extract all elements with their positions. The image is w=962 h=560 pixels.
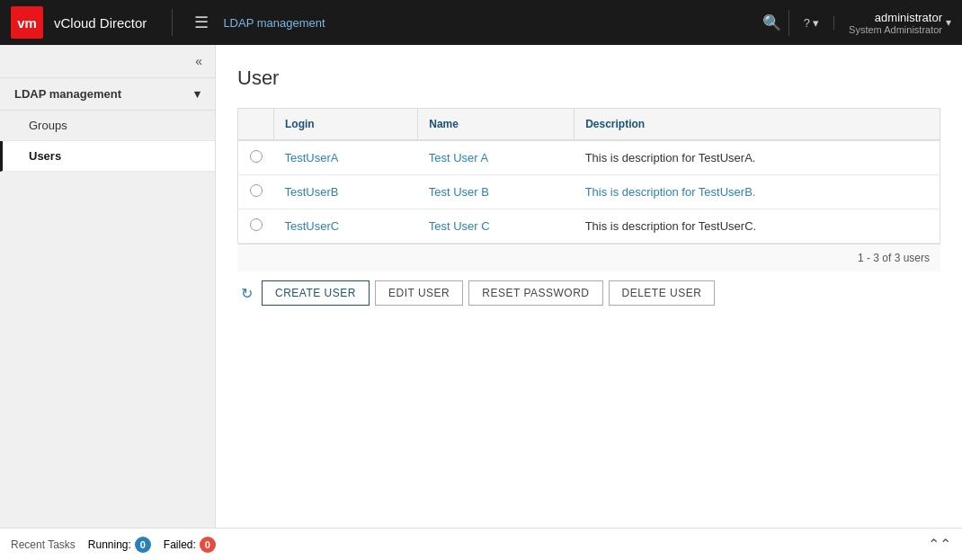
sidebar-section-header[interactable]: LDAP management ▾ xyxy=(0,78,215,111)
vm-logo: vm xyxy=(11,6,43,39)
running-count-badge: 0 xyxy=(135,537,151,553)
sidebar-section: LDAP management ▾ Groups Users xyxy=(0,78,215,172)
table-row[interactable]: TestUserATest User AThis is description … xyxy=(238,140,940,175)
col-description: Description xyxy=(575,109,940,141)
col-select xyxy=(238,109,274,141)
running-label: Running: xyxy=(88,538,131,551)
col-name: Name xyxy=(418,109,575,141)
main-layout: « LDAP management ▾ Groups Users User Lo… xyxy=(0,45,962,528)
running-badge: Running: 0 xyxy=(88,537,151,553)
page-title: User xyxy=(237,67,940,90)
pagination-text: 1 - 3 of 3 users xyxy=(858,252,930,264)
radio-icon[interactable] xyxy=(250,150,263,163)
sidebar-toggle: « xyxy=(0,45,215,78)
sidebar-section-chevron-icon: ▾ xyxy=(194,87,200,101)
failed-count-badge: 0 xyxy=(200,537,216,553)
cell-login[interactable]: TestUserA xyxy=(274,140,418,175)
recent-tasks-label: Recent Tasks xyxy=(11,538,76,551)
top-nav: vm vCloud Director ☰ LDAP management 🔍 ?… xyxy=(0,0,962,45)
cell-name[interactable]: Test User B xyxy=(418,175,575,209)
delete-user-button[interactable]: DELETE USER xyxy=(609,280,716,306)
radio-icon[interactable] xyxy=(250,184,263,197)
hamburger-icon[interactable]: ☰ xyxy=(191,9,212,36)
user-menu[interactable]: administrator System Administrator ▾ xyxy=(849,11,951,35)
table-body: TestUserATest User AThis is description … xyxy=(238,140,940,244)
sidebar-section-label: LDAP management xyxy=(14,87,121,101)
app-title: vCloud Director xyxy=(54,15,147,31)
collapse-button[interactable]: « xyxy=(192,52,206,70)
cell-description: This is description for TestUserA. xyxy=(575,140,940,175)
user-info-text: administrator System Administrator xyxy=(849,11,942,35)
nav-right: 🔍 ? ▾ administrator System Administrator… xyxy=(755,10,951,36)
row-select[interactable] xyxy=(238,175,274,209)
reset-password-button[interactable]: RESET PASSWORD xyxy=(468,280,602,306)
col-login: Login xyxy=(274,109,418,141)
sidebar-item-users[interactable]: Users xyxy=(0,141,215,172)
row-select[interactable] xyxy=(238,209,274,244)
status-bar: Recent Tasks Running: 0 Failed: 0 ⌃⌃ xyxy=(0,528,962,560)
status-bar-expand[interactable]: ⌃⌃ xyxy=(928,536,951,553)
table-header: Login Name Description xyxy=(238,109,940,141)
help-button[interactable]: ? ▾ xyxy=(804,16,834,30)
table-row[interactable]: TestUserCTest User CThis is description … xyxy=(238,209,940,244)
cell-description: This is description for TestUserB. xyxy=(575,175,940,209)
cell-login[interactable]: TestUserC xyxy=(274,209,418,244)
toolbar: ↻ CREATE USER EDIT USER RESET PASSWORD D… xyxy=(237,280,940,306)
refresh-icon[interactable]: ↻ xyxy=(237,281,256,306)
create-user-button[interactable]: CREATE USER xyxy=(262,280,370,306)
edit-user-button[interactable]: EDIT USER xyxy=(375,280,463,306)
user-name: administrator xyxy=(875,11,942,24)
users-table: Login Name Description TestUserATest Use… xyxy=(237,108,940,244)
sidebar-item-label: Users xyxy=(29,149,61,163)
row-select[interactable] xyxy=(238,140,274,175)
table-row[interactable]: TestUserBTest User BThis is description … xyxy=(238,175,940,209)
radio-icon[interactable] xyxy=(250,218,263,231)
cell-name[interactable]: Test User A xyxy=(418,140,575,175)
main-content: User Login Name Description TestUserATes… xyxy=(216,45,962,528)
user-chevron-icon: ▾ xyxy=(946,16,951,29)
search-icon[interactable]: 🔍 xyxy=(755,10,789,36)
sidebar-item-label: Groups xyxy=(29,119,67,132)
cell-name[interactable]: Test User C xyxy=(418,209,575,244)
cell-description: This is description for TestUserC. xyxy=(575,209,940,244)
help-chevron-icon: ▾ xyxy=(813,16,819,30)
sidebar-item-groups[interactable]: Groups xyxy=(0,111,215,141)
failed-badge: Failed: 0 xyxy=(164,537,216,553)
failed-label: Failed: xyxy=(164,538,196,551)
cell-login[interactable]: TestUserB xyxy=(274,175,418,209)
user-role: System Administrator xyxy=(849,24,942,35)
pagination-row: 1 - 3 of 3 users xyxy=(237,244,940,271)
help-label: ? xyxy=(804,16,810,30)
nav-divider xyxy=(172,9,173,36)
nav-breadcrumb: LDAP management xyxy=(223,16,325,30)
sidebar: « LDAP management ▾ Groups Users xyxy=(0,45,216,528)
